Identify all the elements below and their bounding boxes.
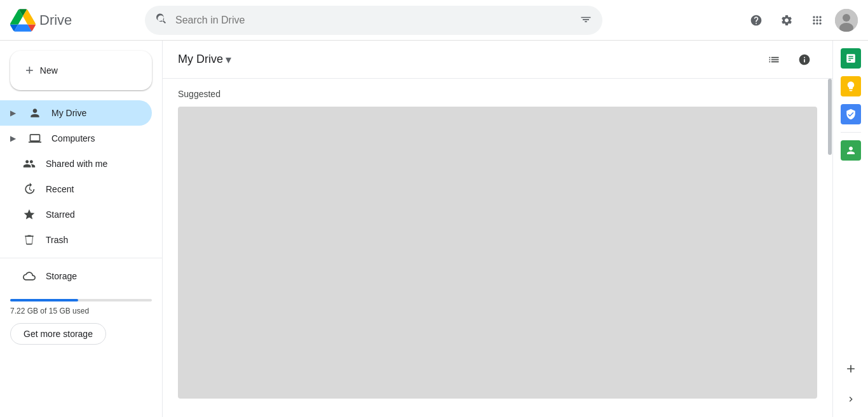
main-layout: + New ▶ My Drive ▶ Computers [0,41,868,417]
storage-bar-background [10,299,152,301]
title-dropdown-icon[interactable]: ▾ [226,53,231,67]
search-icon [155,13,168,27]
page-title: My Drive [178,53,223,66]
content-area: My Drive ▾ S [163,41,832,417]
keep-app-badge [841,76,861,96]
scrollbar-thumb[interactable] [828,79,832,155]
sidebar-divider [0,258,162,258]
shared-with-me-icon [23,157,36,170]
sidebar: + New ▶ My Drive ▶ Computers [0,41,163,417]
recent-icon [23,183,36,195]
drive-title-area: My Drive ▾ [178,53,231,67]
content-body: Suggested [163,79,832,417]
storage-icon [23,270,36,282]
support-button[interactable] [743,8,769,33]
new-button-label: New [40,65,58,76]
app-name: Drive [39,12,72,29]
starred-icon [23,208,36,221]
right-panel-divider [841,132,861,133]
sidebar-item-my-drive[interactable]: ▶ My Drive [0,100,152,126]
right-panel [832,41,868,417]
my-drive-icon [29,107,41,119]
topbar: Drive [0,0,868,41]
keep-app-button[interactable] [838,74,864,99]
header-actions [761,47,817,72]
new-button[interactable]: + New [10,51,152,90]
info-button[interactable] [792,47,817,72]
contacts-app-button[interactable] [838,138,864,163]
storage-bar-fill [10,299,78,301]
drive-logo-icon [10,8,36,33]
search-input[interactable] [175,15,574,26]
sidebar-item-shared-with-me[interactable]: Shared with me [0,151,152,176]
add-apps-button[interactable] [838,356,864,381]
search-filter-icon[interactable] [580,13,592,27]
tasks-app-badge [841,104,861,124]
list-view-button[interactable] [761,47,787,72]
settings-button[interactable] [774,8,799,33]
topbar-right [743,8,858,33]
apps-button[interactable] [804,8,830,33]
tasks-app-button[interactable] [838,102,864,127]
user-avatar[interactable] [835,9,858,32]
expand-arrow-icon: ▶ [10,109,16,117]
scrollbar-track[interactable] [827,79,832,417]
sidebar-item-storage[interactable]: Storage [0,263,152,289]
storage-section: 7.22 GB of 15 GB used Get more storage [0,294,162,350]
search-bar[interactable] [145,6,602,35]
contacts-app-badge [841,140,861,161]
logo-area[interactable]: Drive [10,8,137,33]
sidebar-item-recent[interactable]: Recent [0,176,152,202]
my-drive-label: My Drive [51,108,86,118]
sidebar-item-computers[interactable]: ▶ Computers [0,126,152,151]
recent-label: Recent [46,184,74,194]
computers-icon [29,132,41,145]
shared-with-me-label: Shared with me [46,159,107,169]
get-more-storage-button[interactable]: Get more storage [10,323,106,345]
sheets-app-button[interactable] [838,46,864,71]
suggested-files-area [178,107,817,399]
new-plus-icon: + [25,62,34,79]
content-header: My Drive ▾ [163,41,832,79]
sheets-app-badge [841,48,861,69]
trash-label: Trash [46,235,68,245]
starred-label: Starred [46,209,75,220]
sidebar-item-starred[interactable]: Starred [0,202,152,227]
storage-label: Storage [46,271,77,281]
trash-icon [23,234,36,246]
svg-point-1 [843,14,850,22]
computers-label: Computers [51,133,95,143]
suggested-label: Suggested [178,89,817,99]
storage-text: 7.22 GB of 15 GB used [10,307,152,315]
sidebar-item-trash[interactable]: Trash [0,227,152,253]
expand-arrow-computers-icon: ▶ [10,134,16,143]
collapse-panel-button[interactable] [838,387,864,412]
